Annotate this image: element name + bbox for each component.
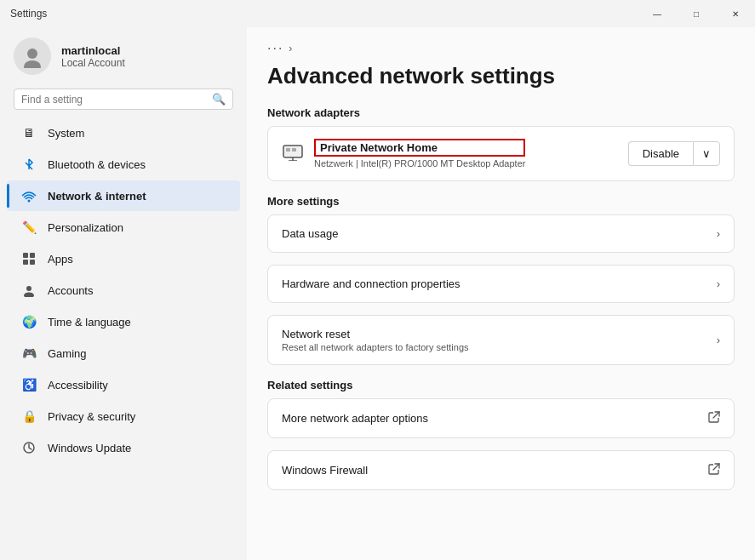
- nav-list: 🖥 System Bluetooth & devices: [0, 117, 247, 464]
- bluetooth-icon: [20, 156, 37, 173]
- network-reset-row[interactable]: Network reset Reset all network adapters…: [267, 315, 735, 365]
- page-title: Advanced network settings: [267, 63, 735, 89]
- search-box[interactable]: 🔍: [14, 89, 233, 110]
- sidebar-item-network[interactable]: Network & internet: [7, 180, 240, 211]
- sidebar-item-bluetooth[interactable]: Bluetooth & devices: [7, 149, 240, 180]
- sidebar-item-label: Privacy & security: [48, 410, 135, 423]
- external-link-icon: [708, 411, 720, 426]
- svg-point-7: [26, 286, 31, 291]
- sidebar: martinlocal Local Account 🔍 🖥 System Blu: [0, 27, 247, 560]
- adapter-description: Netzwerk | Intel(R) PRO/1000 MT Desktop …: [314, 158, 525, 169]
- sidebar-item-privacy[interactable]: 🔒 Privacy & security: [7, 401, 240, 431]
- sidebar-item-label: Apps: [48, 253, 73, 266]
- svg-rect-11: [286, 148, 290, 151]
- avatar: [14, 37, 51, 75]
- disable-button[interactable]: Disable: [628, 141, 693, 166]
- personalization-icon: ✏️: [20, 219, 37, 236]
- system-icon: 🖥: [20, 124, 37, 141]
- sidebar-item-label: Gaming: [48, 347, 87, 360]
- breadcrumb: ··· ›: [267, 41, 735, 56]
- sidebar-item-label: Accessibility: [48, 379, 108, 391]
- sidebar-item-label: Personalization: [48, 221, 123, 234]
- app-body: martinlocal Local Account 🔍 🖥 System Blu: [0, 27, 755, 560]
- related-settings-section: Related settings More network adapter op…: [267, 379, 735, 490]
- svg-rect-4: [30, 253, 35, 258]
- sidebar-item-gaming[interactable]: 🎮 Gaming: [7, 338, 240, 369]
- adapter-controls: Disable ∨: [628, 141, 720, 166]
- sidebar-item-label: Network & internet: [48, 190, 146, 203]
- sidebar-item-label: System: [48, 127, 84, 140]
- hardware-properties-row[interactable]: Hardware and connection properties ›: [267, 265, 735, 303]
- maximize-button[interactable]: □: [677, 0, 716, 27]
- sidebar-item-label: Time & language: [48, 316, 131, 329]
- chevron-right-icon: ›: [717, 227, 720, 240]
- user-info: martinlocal Local Account: [61, 44, 125, 69]
- user-name: martinlocal: [61, 44, 125, 57]
- chevron-down-icon: ∨: [702, 147, 711, 160]
- user-profile[interactable]: martinlocal Local Account: [0, 27, 247, 85]
- sidebar-item-personalization[interactable]: ✏️ Personalization: [7, 212, 240, 243]
- windows-firewall-title: Windows Firewall: [282, 464, 368, 477]
- adapter-name-box: Private Network Home Netzwerk | Intel(R)…: [314, 139, 525, 169]
- svg-rect-5: [23, 260, 28, 265]
- svg-rect-3: [23, 253, 28, 258]
- breadcrumb-dots[interactable]: ···: [267, 41, 283, 56]
- network-reset-subtitle: Reset all network adapters to factory se…: [282, 342, 469, 352]
- data-usage-row[interactable]: Data usage ›: [267, 214, 735, 253]
- apps-icon: [20, 250, 37, 267]
- svg-point-8: [24, 293, 34, 298]
- svg-rect-6: [30, 260, 35, 265]
- search-icon: 🔍: [212, 93, 226, 106]
- svg-point-1: [24, 60, 41, 68]
- svg-point-2: [28, 200, 31, 203]
- accessibility-icon: ♿: [20, 376, 37, 393]
- hardware-properties-title: Hardware and connection properties: [282, 277, 460, 290]
- more-adapter-options-title: More network adapter options: [282, 412, 428, 425]
- adapter-info: Private Network Home Netzwerk | Intel(R)…: [282, 139, 525, 169]
- titlebar: Settings — □ ✕: [0, 0, 755, 27]
- related-settings-heading: Related settings: [267, 379, 735, 391]
- sidebar-item-label: Accounts: [48, 284, 93, 297]
- adapter-expand-button[interactable]: ∨: [693, 141, 720, 166]
- svg-rect-12: [292, 148, 296, 151]
- adapter-icon: [282, 142, 304, 165]
- sidebar-item-accounts[interactable]: Accounts: [7, 275, 240, 306]
- more-adapter-options-row[interactable]: More network adapter options: [267, 398, 735, 438]
- network-icon: [20, 187, 37, 204]
- main-content: ··· › Advanced network settings Network …: [247, 27, 755, 560]
- svg-line-16: [713, 464, 719, 470]
- adapter-card: Private Network Home Netzwerk | Intel(R)…: [267, 126, 735, 181]
- search-input[interactable]: [21, 94, 207, 106]
- sidebar-item-accessibility[interactable]: ♿ Accessibility: [7, 369, 240, 400]
- windows-firewall-row[interactable]: Windows Firewall: [267, 450, 735, 490]
- sidebar-item-label: Bluetooth & devices: [48, 158, 146, 171]
- sidebar-item-update[interactable]: Windows Update: [7, 432, 240, 463]
- app-title: Settings: [10, 8, 47, 20]
- update-icon: [20, 439, 37, 456]
- more-settings-section: More settings Data usage › Hardware and …: [267, 195, 735, 365]
- more-settings-heading: More settings: [267, 195, 735, 208]
- time-icon: 🌍: [20, 313, 37, 330]
- gaming-icon: 🎮: [20, 345, 37, 362]
- window-controls: — □ ✕: [638, 0, 755, 27]
- chevron-right-icon: ›: [717, 334, 720, 346]
- svg-point-0: [27, 49, 37, 59]
- adapter-name: Private Network Home: [314, 139, 525, 157]
- chevron-right-icon: ›: [717, 277, 720, 290]
- breadcrumb-chevron: ›: [289, 43, 292, 54]
- sidebar-item-system[interactable]: 🖥 System: [7, 117, 240, 148]
- user-type: Local Account: [61, 57, 125, 69]
- network-adapters-section: Network adapters Private Netwo: [267, 106, 735, 181]
- close-button[interactable]: ✕: [716, 0, 755, 27]
- sidebar-item-time[interactable]: 🌍 Time & language: [7, 306, 240, 337]
- network-reset-title: Network reset: [282, 328, 469, 340]
- external-link-icon: [708, 463, 720, 477]
- sidebar-item-apps[interactable]: Apps: [7, 243, 240, 274]
- sidebar-item-label: Windows Update: [48, 442, 131, 454]
- network-adapters-heading: Network adapters: [267, 106, 735, 119]
- svg-line-15: [713, 412, 719, 418]
- minimize-button[interactable]: —: [638, 0, 677, 27]
- accounts-icon: [20, 282, 37, 299]
- data-usage-title: Data usage: [282, 227, 339, 240]
- privacy-icon: 🔒: [20, 408, 37, 425]
